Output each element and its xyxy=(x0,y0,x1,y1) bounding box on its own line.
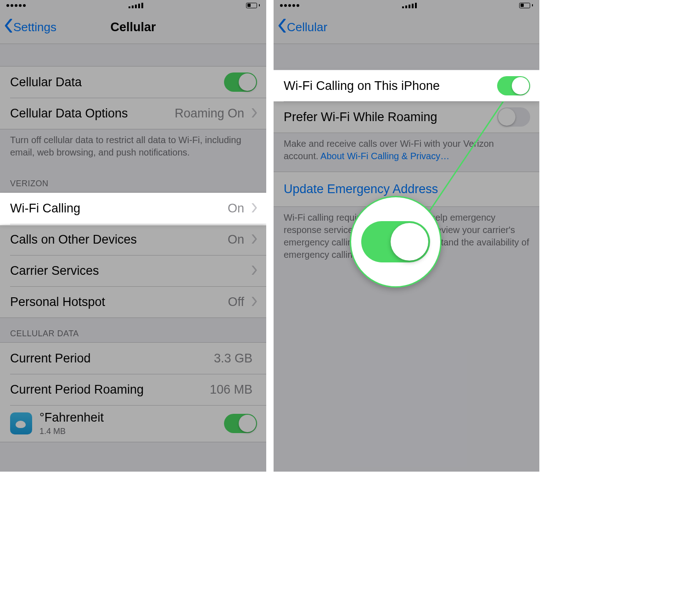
wifi-calling-footer: Make and receive calls over Wi-Fi with y… xyxy=(274,133,539,172)
app-data-size: 1.4 MB xyxy=(39,427,224,436)
cellular-data-label: Cellular Data xyxy=(10,75,224,89)
emergency-footer: Wi-Fi calling requires an address to hel… xyxy=(274,207,539,270)
app-icon xyxy=(10,412,32,434)
cellular-data-options-label: Cellular Data Options xyxy=(10,106,174,121)
app-toggle[interactable] xyxy=(224,414,257,433)
chevron-left-icon xyxy=(5,19,12,36)
chevron-right-icon xyxy=(252,201,257,216)
cellular-data-options-row[interactable]: Cellular Data Options Roaming On xyxy=(0,98,266,129)
carrier-services-row[interactable]: Carrier Services xyxy=(0,255,266,286)
carrier-services-label: Carrier Services xyxy=(10,264,249,278)
current-period-label: Current Period xyxy=(10,351,214,366)
personal-hotspot-value: Off xyxy=(228,295,244,309)
section-cellular-data-header: CELLULAR DATA xyxy=(0,318,266,342)
wifi-calling-label: Wi-Fi Calling xyxy=(10,201,228,216)
current-period-roaming-label: Current Period Roaming xyxy=(10,383,210,397)
time-placeholder xyxy=(129,3,143,8)
chevron-right-icon xyxy=(252,106,257,121)
app-fahrenheit-row[interactable]: °Fahrenheit 1.4 MB xyxy=(0,405,266,442)
status-bar xyxy=(0,0,266,11)
update-emergency-address-label: Update Emergency Address xyxy=(284,182,438,196)
cellular-data-footer: Turn off cellular data to restrict all d… xyxy=(0,129,266,168)
section-verizon-header: VERIZON xyxy=(0,168,266,192)
chevron-left-icon xyxy=(278,19,286,36)
right-scroll-body[interactable]: Wi-Fi Calling on This iPhone Prefer Wi-F… xyxy=(274,44,539,270)
current-period-value: 3.3 GB xyxy=(214,351,252,366)
current-period-roaming-value: 106 MB xyxy=(210,383,252,397)
personal-hotspot-row[interactable]: Personal Hotspot Off xyxy=(0,286,266,317)
update-emergency-address-row[interactable]: Update Emergency Address xyxy=(274,172,539,207)
wifi-calling-row[interactable]: Wi-Fi Calling On xyxy=(0,193,266,224)
right-screen: Cellular Wi-Fi Calling on This iPhone Pr… xyxy=(274,0,539,472)
signal-icon xyxy=(280,4,299,7)
chevron-right-icon xyxy=(252,264,257,278)
left-screen: Settings Cellular Cellular Data Cellular… xyxy=(0,0,266,472)
battery-icon xyxy=(519,3,533,8)
calls-other-devices-row[interactable]: Calls on Other Devices On xyxy=(0,224,266,255)
battery-icon xyxy=(246,3,260,8)
wifi-calling-iphone-toggle[interactable] xyxy=(497,76,530,95)
time-placeholder xyxy=(402,3,417,8)
prefer-wifi-roaming-toggle[interactable] xyxy=(497,107,530,127)
wifi-calling-iphone-label: Wi-Fi Calling on This iPhone xyxy=(284,79,497,93)
cellular-data-options-value: Roaming On xyxy=(174,106,244,121)
app-name: °Fahrenheit xyxy=(39,411,224,425)
calls-other-devices-value: On xyxy=(228,233,244,247)
chevron-right-icon xyxy=(252,233,257,247)
wifi-calling-value: On xyxy=(228,201,244,216)
back-button[interactable]: Cellular xyxy=(274,19,327,36)
navbar: Settings Cellular xyxy=(0,11,266,44)
personal-hotspot-label: Personal Hotspot xyxy=(10,295,228,309)
wifi-calling-this-iphone-row[interactable]: Wi-Fi Calling on This iPhone xyxy=(274,70,539,101)
screens-gap xyxy=(266,0,274,472)
left-scroll-body[interactable]: Cellular Data Cellular Data Options Roam… xyxy=(0,44,266,442)
prefer-wifi-roaming-row[interactable]: Prefer Wi-Fi While Roaming xyxy=(274,101,539,133)
white-margin-bottom xyxy=(0,472,700,612)
status-bar xyxy=(274,0,539,11)
back-label: Settings xyxy=(13,20,56,34)
current-period-row: Current Period 3.3 GB xyxy=(0,343,266,374)
calls-other-devices-label: Calls on Other Devices xyxy=(10,233,228,247)
cellular-data-row[interactable]: Cellular Data xyxy=(0,67,266,98)
cellular-data-toggle[interactable] xyxy=(224,72,257,92)
navbar: Cellular xyxy=(274,11,539,44)
chevron-right-icon xyxy=(252,295,257,309)
back-button[interactable]: Settings xyxy=(0,19,56,36)
current-period-roaming-row: Current Period Roaming 106 MB xyxy=(0,374,266,405)
signal-icon xyxy=(6,4,26,7)
about-wifi-calling-link[interactable]: About Wi-Fi Calling & Privacy… xyxy=(320,151,449,161)
prefer-wifi-roaming-label: Prefer Wi-Fi While Roaming xyxy=(284,110,497,124)
back-label: Cellular xyxy=(287,20,327,34)
